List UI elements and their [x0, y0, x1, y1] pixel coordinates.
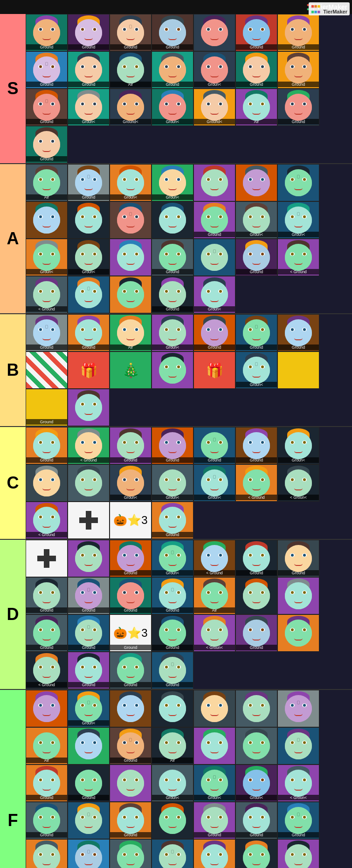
character-card[interactable]: Ground: [68, 614, 110, 652]
character-card[interactable]: 🎃⭐3: [110, 502, 152, 539]
character-card[interactable]: [26, 690, 68, 727]
character-card[interactable]: Ground: [26, 126, 68, 163]
character-card[interactable]: Ground: [277, 802, 319, 839]
character-card[interactable]: [26, 464, 68, 502]
character-card[interactable]: Ground: [193, 427, 235, 464]
character-card[interactable]: Ground: [235, 14, 277, 51]
character-card[interactable]: Ground: [235, 239, 277, 276]
character-card[interactable]: Ground: [277, 540, 319, 577]
character-card[interactable]: Groun<: [68, 89, 110, 126]
character-card[interactable]: [277, 614, 319, 652]
character-card[interactable]: Air: [26, 164, 68, 201]
character-card[interactable]: Ground: [152, 51, 193, 89]
character-card[interactable]: Air: [193, 577, 235, 614]
character-card[interactable]: Groun<: [152, 540, 193, 577]
character-card[interactable]: [110, 690, 152, 727]
character-card[interactable]: Ground: [110, 427, 152, 464]
character-card[interactable]: Groun<: [235, 839, 277, 868]
character-card[interactable]: Groun<: [235, 765, 277, 802]
character-card[interactable]: Ground: [277, 14, 319, 51]
character-card[interactable]: Ground: [110, 839, 152, 868]
character-card[interactable]: [110, 201, 152, 239]
character-card[interactable]: Ground: [277, 51, 319, 89]
character-card[interactable]: < Ground: [193, 540, 235, 577]
character-card[interactable]: Groun<: [152, 164, 193, 201]
character-card[interactable]: [235, 690, 277, 727]
character-card[interactable]: [193, 239, 235, 276]
character-card[interactable]: [235, 727, 277, 765]
character-card[interactable]: [193, 727, 235, 765]
character-card[interactable]: 🎁: [193, 351, 235, 389]
character-card[interactable]: Ground: [235, 614, 277, 652]
character-card[interactable]: Ground: [277, 89, 319, 126]
character-card[interactable]: 🎃⭐3 Ground: [110, 614, 152, 652]
character-card[interactable]: Ground: [193, 201, 235, 239]
character-card[interactable]: Ground: [68, 164, 110, 201]
character-card[interactable]: Groun<: [152, 314, 193, 351]
character-card[interactable]: < Ground: [26, 652, 68, 689]
character-card[interactable]: Groun<: [193, 765, 235, 802]
character-card[interactable]: Groun<: [26, 239, 68, 276]
character-card[interactable]: < Ground: [277, 239, 319, 276]
character-card[interactable]: Ground: [193, 802, 235, 839]
character-card[interactable]: 🎄: [110, 351, 152, 389]
character-card[interactable]: Groun<: [152, 765, 193, 802]
character-card[interactable]: Ground: [26, 314, 68, 351]
character-card[interactable]: [193, 690, 235, 727]
character-card[interactable]: Groun<: [152, 89, 193, 126]
character-card[interactable]: Ground: [26, 389, 68, 426]
character-card[interactable]: [235, 577, 277, 614]
character-card[interactable]: Ground: [26, 51, 68, 89]
character-card[interactable]: [277, 577, 319, 614]
character-card[interactable]: Ground: [26, 802, 68, 839]
character-card[interactable]: Air: [110, 51, 152, 89]
character-card[interactable]: Air: [152, 727, 193, 765]
character-card[interactable]: Ground: [152, 652, 193, 689]
character-card[interactable]: [68, 502, 110, 539]
character-card[interactable]: Groun<: [193, 51, 235, 89]
character-card[interactable]: Ground: [26, 89, 68, 126]
character-card[interactable]: Groun<: [277, 201, 319, 239]
character-card[interactable]: Ground: [235, 51, 277, 89]
character-card[interactable]: Ground: [152, 577, 193, 614]
character-card[interactable]: [26, 201, 68, 239]
character-card[interactable]: Groun<: [193, 276, 235, 313]
character-card[interactable]: Ground: [26, 577, 68, 614]
character-card[interactable]: Ground: [152, 239, 193, 276]
character-card[interactable]: [277, 839, 319, 868]
character-card[interactable]: Ground: [110, 540, 152, 577]
character-card[interactable]: Ground: [235, 314, 277, 351]
character-card[interactable]: Groun<: [26, 839, 68, 868]
character-card[interactable]: Ground: [277, 314, 319, 351]
character-card[interactable]: < Ground: [26, 276, 68, 313]
character-card[interactable]: Ground: [235, 802, 277, 839]
character-card[interactable]: Ground<: [193, 89, 235, 126]
character-card[interactable]: < Ground: [68, 427, 110, 464]
character-card[interactable]: [277, 727, 319, 765]
character-card[interactable]: Ground: [26, 765, 68, 802]
character-card[interactable]: [193, 14, 235, 51]
character-card[interactable]: [68, 464, 110, 502]
character-card[interactable]: Ground: [110, 802, 152, 839]
character-card[interactable]: [68, 727, 110, 765]
character-card[interactable]: Ground<: [110, 89, 152, 126]
character-card[interactable]: Ground: [68, 765, 110, 802]
character-card[interactable]: Ground: [26, 614, 68, 652]
character-card[interactable]: Ground: [68, 652, 110, 689]
character-card[interactable]: [152, 802, 193, 839]
character-card[interactable]: Groun<: [193, 464, 235, 502]
character-card[interactable]: < Ground: [26, 502, 68, 539]
character-card[interactable]: < Groun<: [277, 765, 319, 802]
character-card[interactable]: Groun<: [110, 464, 152, 502]
character-card[interactable]: Groun<: [277, 427, 319, 464]
character-card[interactable]: [152, 690, 193, 727]
character-card[interactable]: Ground: [235, 427, 277, 464]
character-card[interactable]: Ground: [193, 839, 235, 868]
character-card[interactable]: Ground: [26, 427, 68, 464]
character-card[interactable]: Groun<: [152, 464, 193, 502]
character-card[interactable]: [152, 201, 193, 239]
character-card[interactable]: Ground: [26, 14, 68, 51]
character-card[interactable]: [110, 239, 152, 276]
character-card[interactable]: [26, 351, 68, 389]
character-card[interactable]: < Ground: [235, 464, 277, 502]
